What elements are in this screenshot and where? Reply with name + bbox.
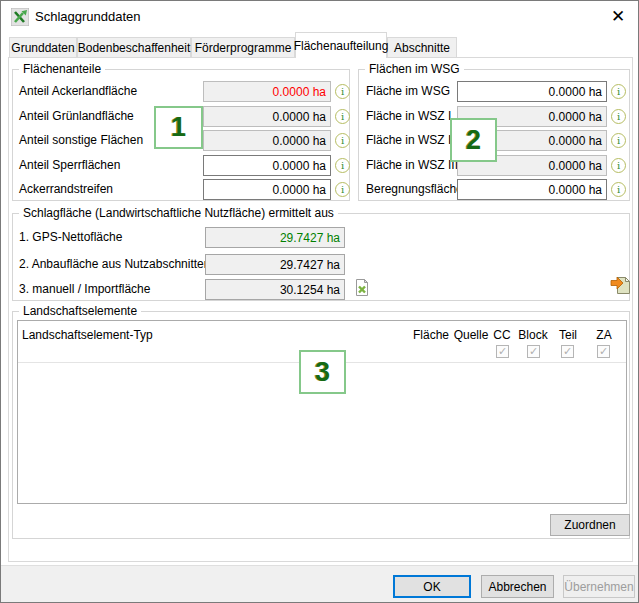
info-icon[interactable]: i [335, 109, 350, 124]
column-header-za: ZA [593, 328, 615, 342]
field-label: Fläche in WSZ III [366, 158, 458, 172]
group-title: Flächenanteile [19, 62, 105, 76]
group-schlagflaeche: Schlagfläche (Landwirtschaftliche Nutzfl… [12, 213, 630, 301]
field-label: Anteil sonstige Flächen [19, 133, 143, 147]
info-icon[interactable]: i [335, 133, 350, 148]
landschaftselemente-list[interactable]: Landschaftselement-Typ Fläche Quelle CC … [17, 320, 627, 504]
group-title: Landschaftselemente [19, 304, 141, 318]
zuordnen-button[interactable]: Zuordnen [550, 514, 630, 536]
app-logo-icon [11, 8, 29, 26]
column-header-teil: Teil [555, 328, 581, 342]
field-label: 3. manuell / Importfläche [19, 282, 150, 296]
field-label: 1. GPS-Nettofläche [19, 230, 122, 244]
field-manuell-importflaeche: 30.1254 ha [205, 279, 345, 300]
field-flaeche-im-wsg[interactable]: 0.0000 ha [457, 81, 607, 102]
field-label: Fläche im WSG [366, 84, 450, 98]
field-label: Anteil Sperrflächen [19, 158, 120, 172]
info-icon[interactable]: i [335, 84, 350, 99]
info-icon[interactable]: i [335, 158, 350, 173]
field-label: Ackerrandstreifen [19, 182, 113, 196]
column-header-block: Block [517, 328, 549, 342]
field-label: Fläche in WSZ I [366, 109, 451, 123]
info-icon[interactable]: i [611, 109, 626, 124]
field-label: Beregnungsfläche [366, 182, 463, 196]
field-anteil-gruenlandflaeche: 0.0000 ha [203, 106, 331, 127]
apply-button: Übernehmen [563, 575, 635, 598]
import-file-icon[interactable] [610, 273, 631, 295]
field-ackerrandstreifen[interactable]: 0.0000 ha [203, 179, 331, 200]
close-icon[interactable]: ✕ [604, 3, 632, 29]
field-anteil-ackerlandflaeche: 0.0000 ha [203, 81, 331, 102]
field-label: Fläche in WSZ II [366, 133, 455, 147]
tab-foerderprogramme[interactable]: Förderprogramme [191, 37, 295, 58]
info-icon[interactable]: i [611, 133, 626, 148]
group-title: Flächen im WSG [365, 62, 464, 76]
tab-flaechenaufteilung[interactable]: Flächenaufteilung [295, 32, 387, 58]
tab-bodenbeschaffenheit[interactable]: Bodenbeschaffenheit [77, 37, 191, 58]
checkbox-cc: ✓ [496, 345, 509, 358]
tab-abschnitte[interactable]: Abschnitte [387, 37, 457, 58]
info-icon[interactable]: i [611, 182, 626, 197]
column-header-flaeche: Fläche [408, 328, 454, 342]
field-gps-nettoflaeche: 29.7427 ha [205, 227, 345, 248]
field-anteil-sonstige-flaechen: 0.0000 ha [203, 130, 331, 151]
column-header-quelle: Quelle [450, 328, 492, 342]
checkbox-teil: ✓ [561, 345, 574, 358]
field-anteil-sperrflaechen[interactable]: 0.0000 ha [203, 155, 331, 176]
annotation-marker-3: 3 [299, 350, 346, 394]
tab-grunddaten[interactable]: Grunddaten [9, 37, 77, 58]
window-title: Schlaggrunddaten [35, 9, 141, 24]
clear-value-icon[interactable] [354, 278, 370, 297]
cancel-button[interactable]: Abbrechen [481, 575, 554, 598]
checkbox-block: ✓ [527, 345, 540, 358]
annotation-marker-2: 2 [450, 118, 497, 162]
dialog-schlaggrunddaten: Schlaggrunddaten ✕ Grunddaten Bodenbesch… [0, 0, 639, 603]
group-title: Schlagfläche (Landwirtschaftliche Nutzfl… [19, 206, 338, 220]
field-anbauflaeche: 29.7427 ha [205, 254, 345, 275]
field-label: Anteil Ackerlandfläche [19, 84, 137, 98]
info-icon[interactable]: i [335, 182, 350, 197]
field-label: 2. Anbaufläche aus Nutzabschnitten [19, 257, 210, 271]
group-landschaftselemente: Landschaftselemente Landschaftselement-T… [12, 311, 630, 539]
title-bar: Schlaggrunddaten ✕ [1, 1, 638, 31]
checkbox-za: ✓ [597, 345, 610, 358]
column-header-cc: CC [490, 328, 514, 342]
field-label: Anteil Grünlandfläche [19, 109, 134, 123]
column-header-typ: Landschaftselement-Typ [22, 328, 153, 342]
info-icon[interactable]: i [611, 158, 626, 173]
field-beregnungsflaeche[interactable]: 0.0000 ha [457, 179, 607, 200]
footer-bar: OK Abbrechen Übernehmen [1, 565, 638, 603]
info-icon[interactable]: i [611, 84, 626, 99]
annotation-marker-1: 1 [154, 106, 203, 149]
ok-button[interactable]: OK [393, 575, 471, 598]
